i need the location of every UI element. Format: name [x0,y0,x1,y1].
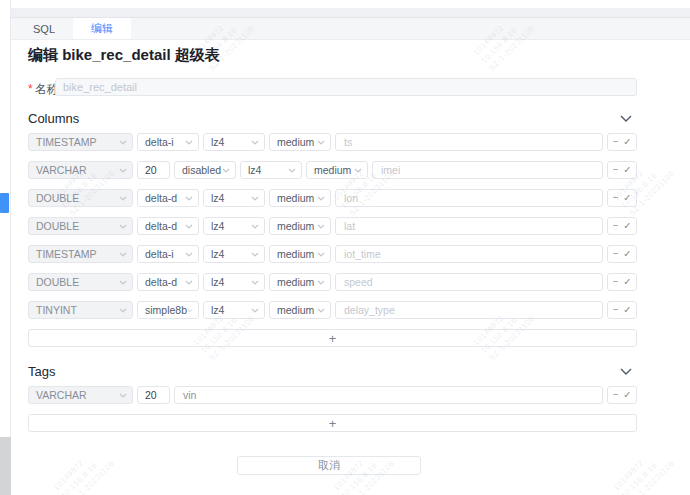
column-type-select[interactable]: DOUBLE [28,217,133,235]
column-level-select[interactable]: medium [269,273,331,291]
column-row: TINYINT simple8b lz4 medium delay_type −… [28,301,637,319]
chevron-down-icon [251,140,259,145]
column-name-input[interactable]: delay_type [335,301,603,319]
watermark-text: 1014997210.156.8.16SZ-1-20231106 [471,279,555,363]
column-compression-select[interactable]: lz4 [203,301,265,319]
chevron-down-icon [251,196,259,201]
column-compression-select[interactable]: lz4 [203,273,265,291]
row-controls: −✓ [607,273,637,291]
column-compression-select[interactable]: lz4 [203,245,265,263]
column-type-select[interactable]: VARCHAR [28,161,133,179]
column-encoding-select[interactable]: delta-i [137,133,199,151]
column-name-input[interactable]: imei [372,161,603,179]
row-controls: −✓ [607,189,637,207]
row-controls: −✓ [607,386,637,404]
column-compression-select[interactable]: lz4 [203,217,265,235]
chevron-down-icon [185,140,193,145]
remove-row-icon[interactable]: − [613,305,619,315]
column-compression-select[interactable]: lz4 [203,133,265,151]
tags-collapse-chevron-down-icon[interactable] [620,368,632,375]
confirm-row-icon[interactable]: ✓ [623,221,631,231]
remove-row-icon[interactable]: − [613,249,619,259]
confirm-row-icon[interactable]: ✓ [623,277,631,287]
remove-row-icon[interactable]: − [613,390,619,400]
column-encoding-select[interactable]: simple8b [137,301,199,319]
column-name-input[interactable]: lon [335,189,603,207]
chevron-down-icon [251,308,259,313]
column-level-select[interactable]: medium [269,189,331,207]
column-encoding-select[interactable]: delta-d [137,189,199,207]
column-type-select[interactable]: DOUBLE [28,273,133,291]
remove-row-icon[interactable]: − [613,137,619,147]
tag-size-input[interactable]: 20 [137,386,170,404]
chevron-down-icon [119,140,127,145]
confirm-row-icon[interactable]: ✓ [623,193,631,203]
column-size-input[interactable]: 20 [137,161,170,179]
column-encoding-select[interactable]: delta-d [137,273,199,291]
chevron-down-icon [354,168,362,173]
columns-section-title: Columns [28,111,79,126]
table-editor-screen: SQL 编辑 编辑 bike_rec_detail 超级表 *名称 bike_r… [0,0,690,495]
tag-row: VARCHAR 20 vin −✓ [28,386,637,404]
chevron-down-icon [251,224,259,229]
column-compression-select[interactable]: lz4 [240,161,302,179]
row-controls: −✓ [607,301,637,319]
chevron-down-icon [119,308,127,313]
tag-type-select[interactable]: VARCHAR [28,386,133,404]
watermark-text: 1014997210.156.8.16SZ-1-20231106 [191,279,275,363]
chevron-down-icon [288,168,296,173]
column-level-select[interactable]: medium [269,245,331,263]
column-type-select[interactable]: TINYINT [28,301,133,319]
confirm-row-icon[interactable]: ✓ [623,249,631,259]
confirm-row-icon[interactable]: ✓ [623,165,631,175]
chevron-down-icon [119,196,127,201]
row-controls: −✓ [607,245,637,263]
column-compression-select[interactable]: lz4 [203,189,265,207]
chevron-down-icon [317,196,325,201]
remove-row-icon[interactable]: − [613,165,619,175]
tag-name-input[interactable]: vin [174,386,603,404]
confirm-row-icon[interactable]: ✓ [623,305,631,315]
column-level-select[interactable]: medium [269,217,331,235]
column-encoding-select[interactable]: delta-i [137,245,199,263]
confirm-row-icon[interactable]: ✓ [623,137,631,147]
chevron-down-icon [185,196,193,201]
column-type-select[interactable]: TIMESTAMP [28,245,133,263]
chevron-down-icon [317,140,325,145]
remove-row-icon[interactable]: − [613,221,619,231]
column-encoding-select[interactable]: delta-d [137,217,199,235]
left-panel-edge [0,0,11,495]
tab-edit[interactable]: 编辑 [73,18,131,39]
column-name-input[interactable]: lat [335,217,603,235]
column-name-input[interactable]: iot_time [335,245,603,263]
column-encoding-select[interactable]: disabled [174,161,236,179]
add-tag-button[interactable]: + [28,414,637,432]
chevron-down-icon [317,252,325,257]
column-row: TIMESTAMP delta-i lz4 medium ts −✓ [28,133,637,151]
scrollbar-thumb[interactable] [0,193,9,213]
remove-row-icon[interactable]: − [613,193,619,203]
chevron-down-icon [251,280,259,285]
chevron-down-icon [119,393,127,398]
column-type-select[interactable]: TIMESTAMP [28,133,133,151]
column-level-select[interactable]: medium [269,133,331,151]
chevron-down-icon [187,308,193,313]
columns-collapse-chevron-down-icon[interactable] [620,115,632,122]
add-column-button[interactable]: + [28,329,637,347]
column-type-select[interactable]: DOUBLE [28,189,133,207]
top-strip [11,8,690,18]
cancel-button[interactable]: 取消 [237,456,421,475]
remove-row-icon[interactable]: − [613,277,619,287]
column-name-input[interactable]: speed [335,273,603,291]
chevron-down-icon [222,168,230,173]
column-level-select[interactable]: medium [269,301,331,319]
column-name-input[interactable]: ts [335,133,603,151]
name-input[interactable]: bike_rec_detail [55,78,637,96]
column-row: DOUBLE delta-d lz4 medium speed −✓ [28,273,637,291]
row-controls: −✓ [607,217,637,235]
confirm-row-icon[interactable]: ✓ [623,390,631,400]
chevron-down-icon [119,224,127,229]
tab-sql[interactable]: SQL [15,18,73,39]
chevron-down-icon [185,280,193,285]
column-level-select[interactable]: medium [306,161,368,179]
